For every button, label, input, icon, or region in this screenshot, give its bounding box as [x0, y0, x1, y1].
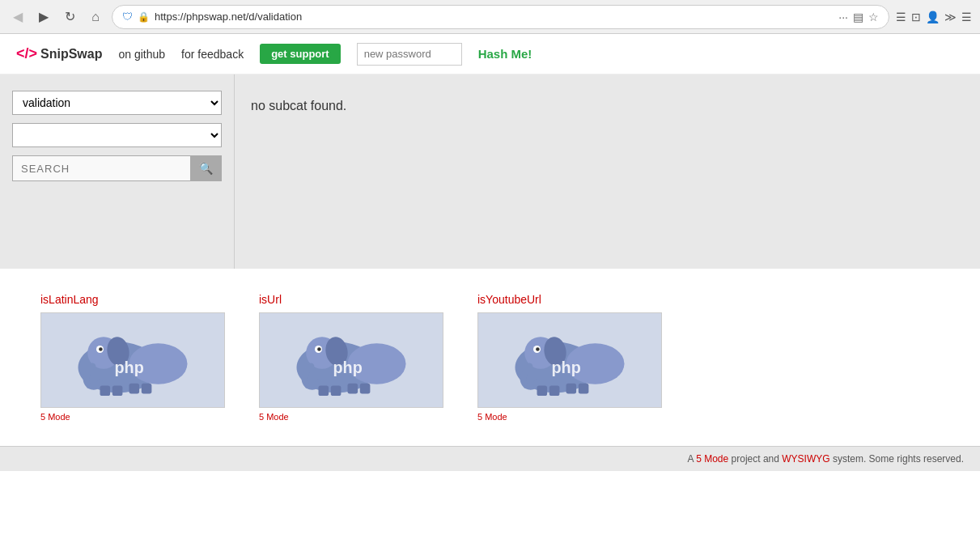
- logo-icon: </>: [16, 45, 37, 62]
- home-button[interactable]: ⌂: [86, 7, 105, 27]
- snippet-title: isLatinLang: [40, 293, 227, 306]
- svg-rect-30: [566, 384, 577, 394]
- browser-chrome: ◀ ▶ ↻ ⌂ 🛡 🔒 https://phpswap.net/d/valida…: [0, 0, 980, 34]
- back-button[interactable]: ◀: [8, 7, 28, 27]
- snippet-image: php: [259, 312, 443, 408]
- footer: A 5 Mode project and WYSIWYG system. Som…: [0, 446, 980, 471]
- logo-link[interactable]: </> SnipSwap: [16, 45, 102, 62]
- svg-text:php: php: [333, 359, 363, 376]
- svg-rect-8: [129, 384, 140, 394]
- sidebar: validation 🔍: [0, 74, 235, 269]
- snippet-mode: 5 Mode: [477, 412, 664, 422]
- snippet-mode: 5 Mode: [40, 412, 227, 422]
- menu-icon[interactable]: ☰: [961, 11, 972, 23]
- hash-me-button[interactable]: Hash Me!: [478, 47, 532, 61]
- bottom-section: isLatinLang: [0, 269, 980, 446]
- no-subcat-message: no subcat found.: [251, 99, 964, 113]
- search-row: 🔍: [12, 155, 222, 181]
- php-elephant-svg: php: [60, 324, 206, 397]
- search-input[interactable]: [12, 155, 190, 181]
- address-bar[interactable]: 🛡 🔒 https://phpswap.net/d/validation ···…: [112, 5, 889, 29]
- svg-text:php: php: [552, 359, 581, 376]
- snippets-grid: isLatinLang: [40, 293, 940, 422]
- overflow-icon[interactable]: ≫: [944, 11, 957, 23]
- snippet-image: php: [477, 312, 662, 408]
- url-text: https://phpswap.net/d/validation: [155, 11, 834, 23]
- snippet-card[interactable]: isLatinLang: [40, 293, 227, 422]
- snippet-title: isUrl: [259, 293, 445, 306]
- get-support-button[interactable]: get support: [260, 44, 341, 64]
- password-input[interactable]: [357, 43, 462, 66]
- shield-icon: 🛡: [122, 11, 133, 23]
- svg-rect-28: [537, 386, 548, 397]
- lock-icon: 🔒: [138, 11, 150, 23]
- github-link[interactable]: on github: [118, 48, 165, 61]
- bookmark-icon[interactable]: ☆: [868, 11, 879, 23]
- more-icon[interactable]: ···: [838, 11, 848, 23]
- forward-button[interactable]: ▶: [34, 7, 53, 27]
- tab-icon[interactable]: ⊡: [911, 11, 921, 23]
- browser-toolbar-right: ☰ ⊡ 👤 ≫ ☰: [896, 11, 972, 23]
- mode-link[interactable]: 5 Mode: [696, 453, 728, 465]
- svg-rect-20: [360, 384, 371, 394]
- wysiwyg-link[interactable]: WYSIWYG: [782, 453, 829, 465]
- php-elephant-svg-3: php: [497, 324, 643, 397]
- svg-rect-9: [142, 384, 152, 394]
- snippet-card[interactable]: isUrl php 5 Mode: [259, 293, 445, 422]
- svg-rect-19: [348, 384, 358, 394]
- snippet-card[interactable]: isYoutubeUrl php 5 Mod: [477, 293, 664, 422]
- svg-point-15: [317, 347, 321, 351]
- snippet-title: isYoutubeUrl: [477, 293, 664, 306]
- svg-point-4: [99, 347, 103, 351]
- reader-icon[interactable]: ▤: [853, 11, 863, 23]
- snippet-mode: 5 Mode: [259, 412, 445, 422]
- reload-button[interactable]: ↻: [60, 7, 79, 27]
- logo-text: SnipSwap: [40, 47, 102, 62]
- snippet-image: php: [40, 312, 225, 408]
- svg-point-26: [536, 347, 540, 351]
- content-area: no subcat found.: [235, 74, 980, 269]
- library-icon[interactable]: ☰: [896, 11, 906, 23]
- svg-rect-18: [331, 386, 342, 397]
- category-select[interactable]: validation: [12, 91, 222, 115]
- php-elephant-svg-2: php: [278, 324, 424, 397]
- main-container: validation 🔍 no subcat found.: [0, 74, 980, 269]
- svg-text:php: php: [115, 359, 144, 376]
- search-icon: 🔍: [199, 162, 213, 175]
- search-button[interactable]: 🔍: [190, 155, 222, 181]
- svg-rect-29: [549, 386, 560, 397]
- app-header: </> SnipSwap on github for feedback get …: [0, 34, 980, 74]
- svg-rect-17: [319, 386, 329, 397]
- profile-icon[interactable]: 👤: [926, 11, 940, 23]
- feedback-link[interactable]: for feedback: [181, 48, 244, 61]
- subcat-select[interactable]: [12, 123, 222, 147]
- svg-rect-7: [112, 386, 123, 397]
- footer-text: A 5 Mode project and WYSIWYG system. Som…: [688, 453, 965, 465]
- svg-rect-6: [100, 386, 111, 397]
- svg-rect-31: [579, 384, 589, 394]
- address-icons: ··· ▤ ☆: [838, 11, 879, 23]
